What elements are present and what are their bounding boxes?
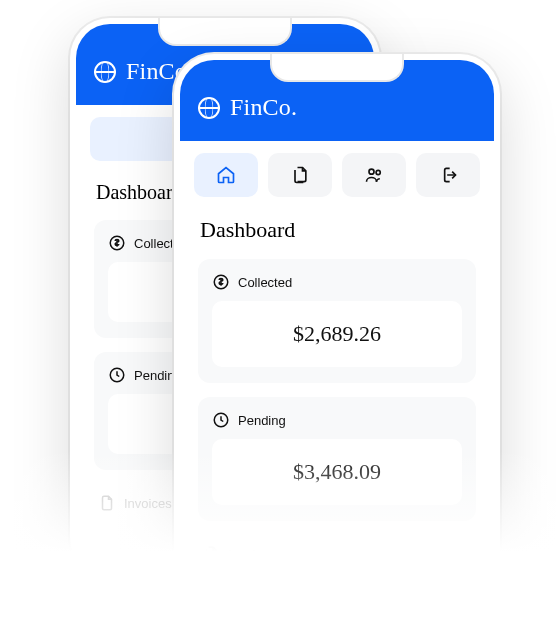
dollar-icon (212, 273, 230, 291)
phone-mock-front: FinCo. Dashboard Collected (174, 54, 500, 620)
collected-card: Collected $2,689.26 (198, 259, 476, 383)
svg-point-3 (376, 170, 380, 174)
nav-documents[interactable] (268, 153, 332, 197)
document-icon (290, 165, 310, 185)
brand-name: FinCo. (230, 94, 297, 121)
nav-home[interactable] (194, 153, 258, 197)
pending-card: Pending $3,468.09 (198, 397, 476, 521)
app-header: FinCo. (180, 60, 494, 141)
nav-bar (180, 141, 494, 209)
invoices-section: Invoices (198, 535, 476, 563)
invoices-label: Invoices (124, 496, 172, 511)
pending-label: Pending (238, 413, 286, 428)
document-icon (98, 494, 116, 512)
pending-value: $3,468.09 (212, 439, 462, 505)
clock-icon (108, 366, 126, 384)
invoices-label: Invoices (228, 547, 276, 562)
document-icon (202, 545, 220, 563)
users-icon (364, 165, 384, 185)
collected-value: $2,689.26 (212, 301, 462, 367)
clock-icon (212, 411, 230, 429)
collected-label: Collected (238, 275, 292, 290)
home-icon (216, 165, 236, 185)
globe-icon (94, 61, 116, 83)
svg-point-2 (369, 169, 374, 174)
dollar-icon (108, 234, 126, 252)
logout-icon (438, 165, 458, 185)
page-title: Dashboard (200, 217, 476, 243)
nav-users[interactable] (342, 153, 406, 197)
globe-icon (198, 97, 220, 119)
nav-logout[interactable] (416, 153, 480, 197)
